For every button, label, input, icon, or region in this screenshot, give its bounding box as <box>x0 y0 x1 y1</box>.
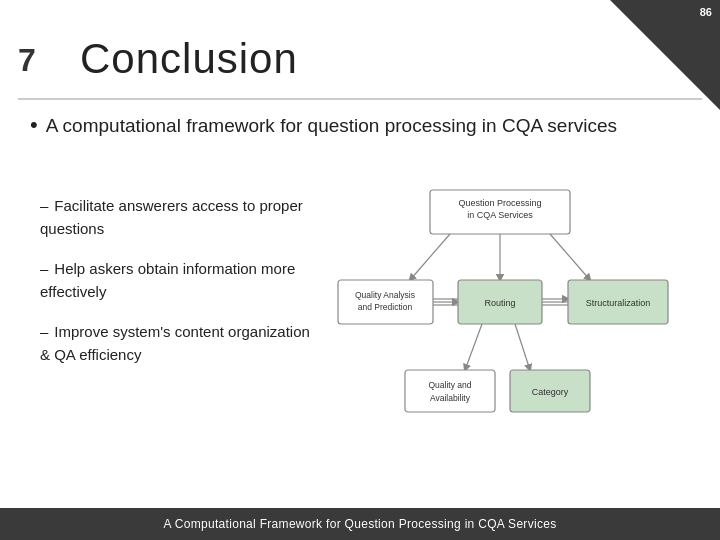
diagram: Question Processing in CQA Services Qual… <box>310 185 690 465</box>
svg-line-3 <box>410 234 450 280</box>
svg-line-20 <box>515 324 530 370</box>
main-bullet-text: A computational framework for question p… <box>46 115 617 136</box>
svg-line-5 <box>550 234 590 280</box>
sub-bullet-2: Help askers obtain information more effe… <box>30 258 320 303</box>
title-divider <box>18 98 702 100</box>
slide: 86 7 Conclusion •A computational framewo… <box>0 0 720 540</box>
slide-number: 86 <box>700 6 712 18</box>
main-bullet: •A computational framework for question … <box>30 110 690 140</box>
svg-text:Structuralization: Structuralization <box>586 298 651 308</box>
svg-rect-21 <box>405 370 495 412</box>
bullet-icon: • <box>30 110 38 140</box>
svg-text:and Prediction: and Prediction <box>358 302 413 312</box>
sub-bullet-1: Facilitate answerers access to proper qu… <box>30 195 320 240</box>
section-number: 7 <box>18 42 36 79</box>
svg-text:Category: Category <box>532 387 569 397</box>
svg-text:Availability: Availability <box>430 393 471 403</box>
sub-bullet-3: Improve system's content organization & … <box>30 321 320 366</box>
svg-text:in CQA Services: in CQA Services <box>467 210 533 220</box>
sub-bullets-container: Facilitate answerers access to proper qu… <box>30 195 320 384</box>
svg-text:Quality Analysis: Quality Analysis <box>355 290 415 300</box>
footer-text: A Computational Framework for Question P… <box>164 517 557 531</box>
svg-text:Quality and: Quality and <box>429 380 472 390</box>
slide-title: Conclusion <box>80 35 298 83</box>
svg-text:Question Processing: Question Processing <box>458 198 541 208</box>
svg-line-19 <box>465 324 482 370</box>
svg-text:Routing: Routing <box>484 298 515 308</box>
footer: A Computational Framework for Question P… <box>0 508 720 540</box>
